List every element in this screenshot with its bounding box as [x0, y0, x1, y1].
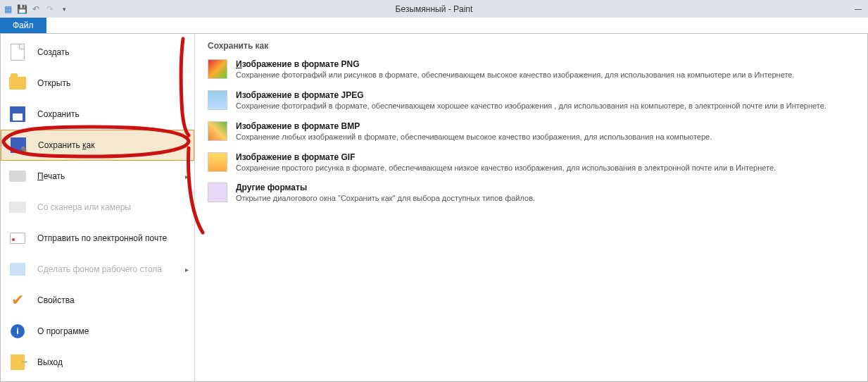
menu-label: Печать — [37, 171, 65, 181]
new-icon — [9, 44, 26, 61]
menu-label: Сохранить — [37, 109, 80, 119]
gif-icon — [208, 152, 227, 172]
menu-label: Свойства — [37, 295, 75, 305]
sub-title: Изображение в формате BMP — [236, 121, 712, 131]
chevron-right-icon: ▸ — [185, 173, 189, 180]
chevron-right-icon: ▸ — [185, 266, 189, 273]
png-icon — [208, 59, 227, 79]
menu-item-print[interactable]: Печать ▸ — [1, 161, 194, 192]
save-icon[interactable]: 💾 — [15, 3, 28, 16]
menu-item-save[interactable]: Сохранить — [1, 99, 194, 130]
menu-label: О программе — [37, 326, 89, 336]
qat-dropdown-icon[interactable]: ▾ — [58, 3, 70, 16]
sub-title: Изображение в формате GIF — [236, 152, 776, 162]
submenu-title: Сохранить как — [208, 41, 855, 51]
sub-title: Другие форматы — [236, 183, 535, 192]
save-as-submenu: Сохранить как Изображение в формате PNG … — [195, 34, 867, 381]
file-menu-dropdown: Создать Открыть Сохранить Сохранить как … — [0, 33, 868, 382]
save-as-bmp[interactable]: Изображение в формате BMP Сохранение люб… — [208, 121, 855, 142]
menu-item-desktop-bg: Сделать фоном рабочего стола ▸ — [1, 254, 194, 285]
open-icon — [9, 75, 26, 92]
save-as-jpeg[interactable]: Изображение в формате JPEG Сохранение фо… — [208, 90, 855, 111]
sub-title: Изображение в формате JPEG — [236, 90, 826, 100]
desktop-icon — [9, 261, 26, 278]
sub-desc: Сохранение простого рисунка в формате, о… — [236, 163, 776, 173]
save-as-other[interactable]: Другие форматы Открытие диалогового окна… — [208, 183, 855, 204]
sub-desc: Сохранение фотографий в формате, обеспеч… — [236, 101, 826, 111]
window-title: Безымянный - Paint — [396, 4, 473, 14]
menu-item-exit[interactable]: Выход — [1, 347, 194, 378]
minimize-button[interactable]: — — [848, 2, 868, 16]
ribbon-tabs: Файл — [0, 18, 868, 33]
menu-item-properties[interactable]: ✔ Свойства — [1, 285, 194, 316]
sub-desc: Открытие диалогового окна "Сохранить как… — [236, 193, 535, 204]
menu-label: Отправить по электронной почте — [37, 233, 167, 243]
paint-app-icon[interactable]: ▦ — [1, 3, 14, 16]
quick-access-toolbar: ▦ 💾 ↶ ↷ ▾ — [0, 3, 70, 16]
save-as-icon — [10, 137, 27, 154]
chevron-right-icon: ▸ — [184, 142, 188, 149]
title-bar: ▦ 💾 ↶ ↷ ▾ Безымянный - Paint — — [0, 0, 868, 18]
menu-item-scanner: Со сканера или камеры — [1, 192, 194, 223]
bmp-icon — [208, 121, 227, 141]
menu-item-open[interactable]: Открыть — [1, 68, 194, 99]
scanner-icon — [9, 199, 26, 216]
file-tab[interactable]: Файл — [0, 18, 46, 33]
mail-icon — [9, 230, 26, 247]
menu-label: Сделать фоном рабочего стола — [37, 264, 162, 274]
save-as-png[interactable]: Изображение в формате PNG Сохранение фот… — [208, 59, 855, 80]
menu-label: Выход — [37, 357, 63, 367]
menu-item-new[interactable]: Создать — [1, 37, 194, 68]
check-icon: ✔ — [9, 292, 26, 309]
menu-item-email[interactable]: Отправить по электронной почте — [1, 223, 194, 254]
menu-label: Создать — [37, 47, 70, 57]
redo-icon[interactable]: ↷ — [44, 3, 56, 16]
other-format-icon — [208, 183, 227, 202]
menu-label: Открыть — [37, 78, 70, 88]
sub-desc: Сохранение любых изображений в формате, … — [236, 132, 712, 142]
save-as-gif[interactable]: Изображение в формате GIF Сохранение про… — [208, 152, 855, 173]
menu-item-save-as[interactable]: Сохранить как ▸ — [1, 130, 194, 161]
save-icon — [9, 106, 26, 123]
sub-title: Изображение в формате PNG — [236, 59, 795, 69]
sub-desc: Сохранение фотографий или рисунков в фор… — [236, 70, 795, 80]
print-icon — [9, 168, 26, 185]
file-menu-list: Создать Открыть Сохранить Сохранить как … — [1, 34, 195, 381]
menu-label: Сохранить как — [38, 140, 94, 150]
menu-label: Со сканера или камеры — [37, 202, 131, 212]
undo-icon[interactable]: ↶ — [30, 3, 42, 16]
jpeg-icon — [208, 90, 227, 110]
info-icon: i — [9, 323, 26, 340]
menu-item-about[interactable]: i О программе — [1, 316, 194, 347]
exit-icon — [9, 354, 26, 371]
